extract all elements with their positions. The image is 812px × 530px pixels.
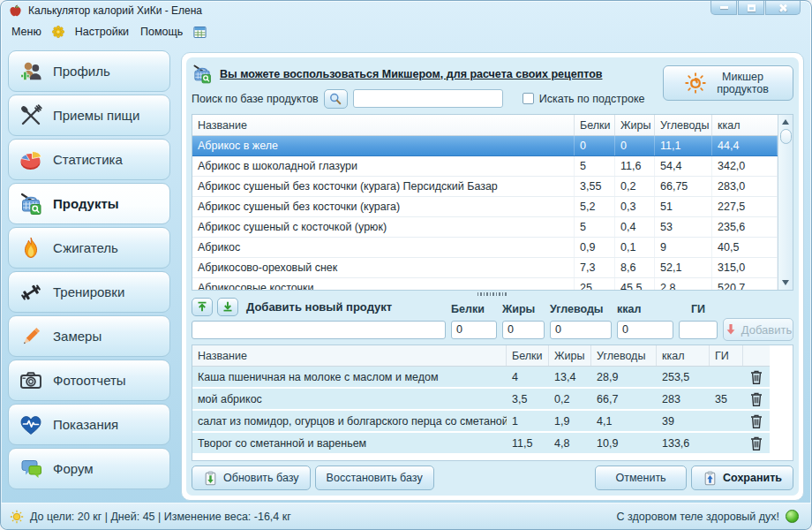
- header-carbs[interactable]: Углеводы: [591, 345, 657, 366]
- cell-fat: 0: [615, 136, 655, 155]
- product-row[interactable]: Абрикос сушеный с косточкой (урюк)50,453…: [192, 217, 778, 238]
- cell-carbs: 66,75: [655, 177, 712, 196]
- save-button[interactable]: Сохранить: [691, 466, 793, 490]
- add-product-section: Добавить новый продукт Белки Жиры Углево…: [192, 297, 793, 340]
- cell-kcal: 44,4: [712, 136, 778, 155]
- products-table: Название Белки Жиры Углеводы ккал Абрико…: [192, 114, 793, 291]
- new-product-kcal-input[interactable]: [617, 321, 673, 339]
- sidebar-item-burner[interactable]: Сжигатель: [8, 227, 170, 269]
- trash-icon: [750, 370, 763, 384]
- sidebar-item-products[interactable]: Продукты: [8, 183, 170, 224]
- header-protein[interactable]: Белки: [507, 345, 549, 366]
- products-grid: Название Белки Жиры Углеводы ккал Абрико…: [192, 115, 778, 290]
- product-row[interactable]: Абрикос сушеный без косточки (курага) Пе…: [192, 177, 778, 197]
- cell-kcal: 40,5: [712, 238, 778, 257]
- my-product-row[interactable]: салат из помидор, огурцов и болгарского …: [192, 411, 770, 433]
- mixer-banner-link[interactable]: Вы можете воспользоваться Микшером, для …: [220, 68, 602, 80]
- scroll-thumb[interactable]: [780, 129, 792, 144]
- sidebar-item-meals[interactable]: Приемы пищи: [8, 95, 170, 136]
- header-fat[interactable]: Жиры: [549, 345, 591, 366]
- cell-name: Абрикос: [192, 238, 575, 257]
- sun-icon: [10, 510, 24, 524]
- splitter[interactable]: [192, 291, 793, 297]
- product-row[interactable]: Абрикос в шоколадной глазури511,654,4342…: [192, 156, 778, 177]
- sidebar-item-workouts[interactable]: Тренировки: [8, 271, 170, 313]
- update-base-button[interactable]: Обновить базу: [192, 466, 311, 490]
- sidebar-item-measurements[interactable]: Замеры: [8, 315, 170, 357]
- maximize-button[interactable]: [738, 1, 764, 15]
- scroll-up-icon[interactable]: [782, 119, 789, 125]
- my-product-row[interactable]: Творог со сметанной и вареньем11,54,810,…: [192, 433, 770, 455]
- sidebar-item-indications[interactable]: Показания: [8, 404, 170, 445]
- products-table-header: Название Белки Жиры Углеводы ккал: [192, 115, 778, 136]
- header-kcal[interactable]: ккал: [712, 115, 778, 135]
- close-button[interactable]: [765, 1, 801, 15]
- delete-row-button[interactable]: [743, 367, 770, 387]
- product-row[interactable]: Абрикос сушеный без косточки (курага)5,2…: [192, 197, 778, 217]
- product-row[interactable]: Абрикосово-ореховый снек7,38,652,1315,0: [192, 258, 778, 278]
- main-panel-inner: Вы можете воспользоваться Микшером, для …: [186, 57, 799, 496]
- header-name[interactable]: Название: [192, 115, 575, 135]
- cell-kcal: 315,0: [712, 258, 778, 277]
- new-product-protein-input[interactable]: [451, 321, 497, 339]
- cancel-button[interactable]: Отменить: [595, 466, 687, 490]
- add-product-head: Добавить новый продукт: [192, 298, 446, 316]
- cell-name: мой абрикос: [192, 389, 507, 409]
- cell-kcal: 227,5: [712, 197, 778, 216]
- sidebar-item-statistics[interactable]: Статистика: [8, 139, 170, 180]
- menu-item-settings[interactable]: Настройки: [73, 24, 131, 40]
- window-controls: [710, 1, 801, 15]
- calculator-icon[interactable]: [192, 25, 207, 40]
- restore-base-label: Восстановить базу: [327, 472, 423, 484]
- sidebar-item-photo-reports[interactable]: Фотоотчеты: [8, 360, 170, 401]
- app-window: Калькулятор калорий ХиКи - Елена Меню На…: [0, 0, 812, 530]
- cell-kcal: 283: [657, 389, 710, 409]
- new-product-gi-input[interactable]: [679, 321, 718, 339]
- header-gi[interactable]: ГИ: [710, 345, 743, 366]
- cell-protein: 5,2: [575, 197, 615, 216]
- cell-name: Абрикосовые косточки: [192, 278, 575, 290]
- header-kcal[interactable]: ккал: [657, 345, 710, 366]
- restore-base-button[interactable]: Восстановить базу: [315, 466, 434, 490]
- menu-item-help[interactable]: Помощь: [139, 24, 184, 40]
- product-row[interactable]: Абрикос в желе0011,144,4: [192, 136, 778, 156]
- search-button[interactable]: [324, 89, 348, 109]
- mixer-products-button[interactable]: Микшер продуктов: [663, 65, 793, 101]
- export-base-button[interactable]: [192, 298, 213, 316]
- substring-checkbox[interactable]: [523, 93, 534, 104]
- my-product-row[interactable]: мой абрикос3,50,266,728335: [192, 389, 770, 411]
- minimize-button[interactable]: [710, 1, 737, 15]
- header-carbs[interactable]: Углеводы: [655, 115, 712, 135]
- sidebar-item-profile[interactable]: Профиль: [8, 50, 170, 92]
- product-row[interactable]: Абрикос0,90,1940,5: [192, 238, 778, 258]
- products-scrollbar[interactable]: [778, 115, 793, 290]
- cell-name: салат из помидор, огурцов и болгарского …: [192, 411, 507, 431]
- header-fat[interactable]: Жиры: [615, 115, 655, 135]
- close-icon: [778, 4, 787, 12]
- delete-row-button[interactable]: [743, 389, 770, 409]
- sidebar-item-label: Форум: [53, 461, 94, 476]
- cell-fat: 0,2: [549, 389, 591, 409]
- new-product-name-input[interactable]: [192, 321, 446, 339]
- header-protein[interactable]: Белки: [575, 115, 615, 135]
- my-product-row[interactable]: Каша пшеничная на молоке с маслом и медо…: [192, 367, 770, 389]
- delete-row-button[interactable]: [743, 411, 770, 431]
- sidebar-item-forum[interactable]: Форум: [8, 448, 170, 489]
- search-input[interactable]: [353, 89, 503, 108]
- add-label-fat: Жиры: [502, 303, 545, 316]
- product-row[interactable]: Абрикосовые косточки2545,52,8520,7: [192, 278, 778, 290]
- new-product-fat-input[interactable]: [502, 321, 545, 339]
- new-product-carbs-input[interactable]: [550, 321, 612, 339]
- my-products-header: Название Белки Жиры Углеводы ккал ГИ: [192, 345, 770, 367]
- status-right-text: С здоровом теле здоровый дух!: [617, 511, 779, 523]
- add-product-button[interactable]: Добавить: [723, 318, 793, 341]
- menu-item-menu[interactable]: Меню: [10, 24, 43, 40]
- import-base-button[interactable]: [217, 298, 238, 316]
- scroll-down-icon[interactable]: [782, 280, 789, 285]
- import-down-icon: [222, 300, 234, 313]
- add-button-label: Добавить: [741, 323, 792, 337]
- header-name[interactable]: Название: [192, 345, 507, 366]
- splitter-grip-icon[interactable]: [477, 292, 508, 296]
- delete-row-button[interactable]: [743, 433, 770, 453]
- cell-fat: 0,1: [615, 238, 655, 257]
